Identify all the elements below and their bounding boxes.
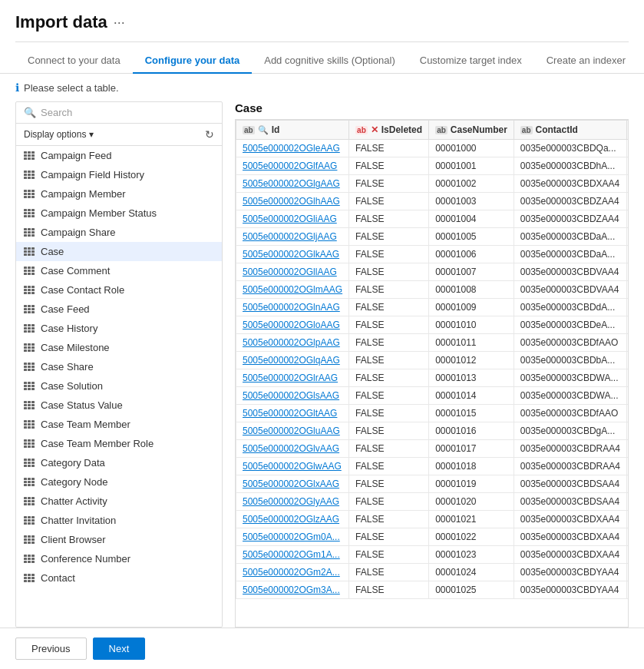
id-link[interactable]: 5005e000002OGlvAAG	[243, 443, 339, 454]
display-options-button[interactable]: Display options ▾	[24, 129, 94, 140]
list-item-case-feed[interactable]: Case Feed	[16, 300, 222, 319]
cell-id: 5005e000002OGlpAAG	[236, 334, 349, 352]
list-item-case-comment[interactable]: Case Comment	[16, 261, 222, 280]
id-link[interactable]: 5005e000002OGlhAAG	[243, 196, 340, 207]
list-item-case-status-value[interactable]: Case Status Value	[16, 396, 222, 415]
list-item-case-share[interactable]: Case Share	[16, 357, 222, 376]
list-item-campaign-member-status[interactable]: Campaign Member Status	[16, 204, 222, 223]
more-options-icon[interactable]: ···	[114, 15, 125, 31]
id-link[interactable]: 5005e000002OGlgAAG	[243, 178, 340, 189]
cell-id: 5005e000002OGm3A...	[236, 581, 349, 599]
id-link[interactable]: 5005e000002OGlfAAG	[243, 161, 337, 171]
list-item-case-contact-role[interactable]: Case Contact Role	[16, 280, 222, 300]
list-item-conference-number[interactable]: Conference Number	[16, 549, 222, 568]
cell-isdeleted: FALSE	[349, 475, 429, 493]
cell-contactid: 0035e000003CBDYAA4	[514, 581, 626, 599]
list-item-category-data[interactable]: Category Data	[16, 453, 222, 472]
id-link[interactable]: 5005e000002OGltAAG	[243, 408, 337, 419]
table-row: 5005e000002OGlsAAGFALSE000010140035e0000…	[236, 387, 629, 405]
id-link[interactable]: 5005e000002OGm3A...	[243, 585, 340, 595]
list-item-campaign-member[interactable]: Campaign Member	[16, 184, 222, 204]
cell-id: 5005e000002OGliAAG	[236, 210, 349, 228]
cell-contactid: 0035e000003CBDSAA4	[514, 493, 626, 511]
table-row: 5005e000002OGloAAGFALSE000010100035e0000…	[236, 316, 629, 334]
list-item-campaign-field-history[interactable]: Campaign Field History	[16, 165, 222, 184]
cell-accountid: 0015e000004uFMMA...	[626, 140, 629, 157]
cell-casenumber: 00001003	[429, 193, 514, 210]
wizard-tabs: Connect to your dataConfigure your dataA…	[0, 48, 644, 74]
id-link[interactable]: 5005e000002OGlmAAG	[243, 284, 342, 295]
cell-id: 5005e000002OGlmAAG	[236, 281, 349, 299]
id-link[interactable]: 5005e000002OGlpAAG	[243, 337, 340, 348]
search-icon: 🔍	[24, 107, 36, 118]
id-link[interactable]: 5005e000002OGlrAAG	[243, 373, 338, 383]
list-item-chatter-activity[interactable]: Chatter Activity	[16, 492, 222, 511]
cell-isdeleted: FALSE	[349, 564, 429, 581]
id-link[interactable]: 5005e000002OGlwAAG	[243, 461, 342, 472]
id-link[interactable]: 5005e000002OGljAAG	[243, 231, 337, 242]
list-item-case-solution[interactable]: Case Solution	[16, 376, 222, 396]
table-icon	[24, 228, 35, 237]
list-item-label: Conference Number	[41, 553, 214, 565]
tab-index[interactable]: Customize target index	[408, 48, 534, 74]
id-link[interactable]: 5005e000002OGm0A...	[243, 532, 340, 542]
id-link[interactable]: 5005e000002OGm1A...	[243, 549, 340, 560]
table-row: 5005e000002OGlgAAGFALSE000010020035e0000…	[236, 175, 629, 193]
tab-configure[interactable]: Configure your data	[133, 48, 253, 74]
refresh-button[interactable]: ↻	[205, 128, 214, 141]
id-link[interactable]: 5005e000002OGm2A...	[243, 567, 340, 578]
list-item-case[interactable]: Case	[16, 242, 222, 261]
previous-button[interactable]: Previous	[15, 638, 87, 660]
id-link[interactable]: 5005e000002OGleAAG	[243, 143, 340, 154]
id-link[interactable]: 5005e000002OGlzAAG	[243, 514, 339, 525]
table-icon	[24, 382, 35, 391]
cell-casenumber: 00001002	[429, 175, 514, 193]
cell-id: 5005e000002OGlqAAG	[236, 352, 349, 369]
id-link[interactable]: 5005e000002OGliAAG	[243, 214, 337, 224]
cell-id: 5005e000002OGlvAAG	[236, 440, 349, 458]
list-item-client-browser[interactable]: Client Browser	[16, 530, 222, 549]
id-link[interactable]: 5005e000002OGlnAAG	[243, 302, 340, 313]
list-item-campaign-share[interactable]: Campaign Share	[16, 223, 222, 242]
tab-cognitive[interactable]: Add cognitive skills (Optional)	[252, 48, 408, 74]
tab-indexer[interactable]: Create an indexer	[534, 48, 638, 74]
search-input[interactable]	[41, 107, 214, 118]
id-link[interactable]: 5005e000002OGlyAAG	[243, 496, 339, 507]
list-item-category-node[interactable]: Category Node	[16, 472, 222, 492]
tab-connect[interactable]: Connect to your data	[15, 48, 133, 74]
col-header-casenumber: abCaseNumber	[429, 121, 514, 140]
list-item-label: Campaign Member	[41, 188, 214, 200]
id-link[interactable]: 5005e000002OGllAAG	[243, 267, 337, 277]
cell-accountid: 0015e000004uFMRAA2	[626, 528, 629, 546]
cell-isdeleted: FALSE	[349, 405, 429, 422]
cell-contactid: 0035e000003CBDfAAO	[514, 405, 626, 422]
id-link[interactable]: 5005e000002OGlkAAG	[243, 249, 339, 260]
next-button[interactable]: Next	[93, 638, 146, 660]
table-row: 5005e000002OGleAAGFALSE000010000035e0000…	[236, 140, 629, 157]
list-item-case-team-member-role[interactable]: Case Team Member Role	[16, 434, 222, 453]
list-item-campaign-feed[interactable]: Campaign Feed	[16, 146, 222, 165]
cell-id: 5005e000002OGllAAG	[236, 263, 349, 281]
id-link[interactable]: 5005e000002OGluAAG	[243, 426, 340, 436]
id-link[interactable]: 5005e000002OGlqAAG	[243, 355, 340, 366]
cell-isdeleted: FALSE	[349, 281, 429, 299]
list-item-case-team-member[interactable]: Case Team Member	[16, 415, 222, 434]
list-item-case-history[interactable]: Case History	[16, 319, 222, 338]
cell-accountid: 0015e000004uFMSAA2	[626, 210, 629, 228]
table-icon	[24, 190, 35, 199]
list-item-contact[interactable]: Contact	[16, 568, 222, 588]
id-link[interactable]: 5005e000002OGloAAG	[243, 320, 340, 330]
cell-casenumber: 00001015	[429, 405, 514, 422]
cell-casenumber: 00001006	[429, 246, 514, 263]
id-link[interactable]: 5005e000002OGlxAAG	[243, 479, 339, 489]
table-row: 5005e000002OGliAAGFALSE000010040035e0000…	[236, 210, 629, 228]
list-item-case-milestone[interactable]: Case Milestone	[16, 338, 222, 357]
id-link[interactable]: 5005e000002OGlsAAG	[243, 390, 339, 401]
list-item-label: Case Status Value	[41, 399, 214, 411]
cell-accountid: 0015e000004uFMRAA2	[626, 175, 629, 193]
list-item-label: Case Contact Role	[41, 284, 214, 296]
data-table-wrapper[interactable]: ab🔍Idab✕IsDeletedabCaseNumberabContactId…	[235, 119, 629, 628]
table-icon	[24, 535, 35, 545]
list-item-chatter-invitation[interactable]: Chatter Invitation	[16, 511, 222, 530]
cell-accountid: 0015e000004uFMRAA2	[626, 511, 629, 528]
